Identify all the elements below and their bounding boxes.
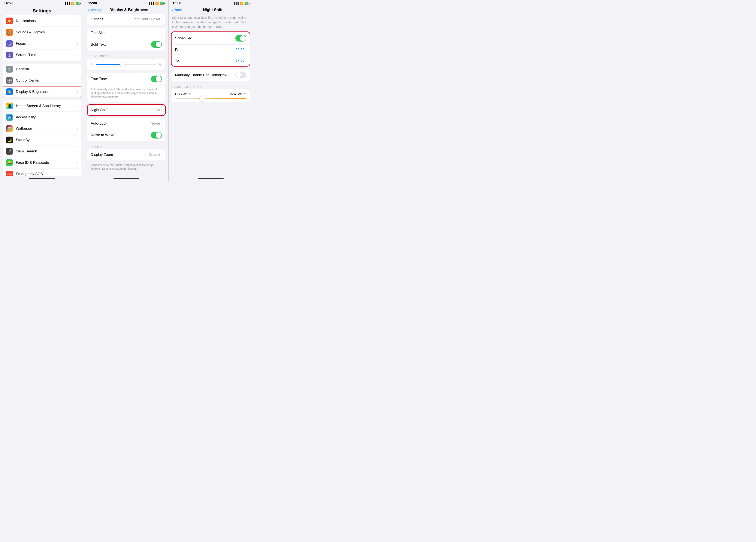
manual-card: Manually Enable Until Tomorrow (172, 69, 250, 81)
row-controlcenter[interactable]: 🎛️ Control Center › (3, 75, 81, 86)
boldtext-row[interactable]: Bold Text (87, 38, 166, 51)
truetone-toggle-thumb (156, 76, 161, 82)
to-row[interactable]: To 07:00 › (172, 55, 250, 66)
back-button-3[interactable]: ‹ Back (172, 8, 182, 12)
textsize-row[interactable]: Text Size › (87, 28, 166, 38)
displayzoom-label: Display Zoom (91, 153, 149, 157)
focus-chevron: › (77, 42, 78, 45)
options-card: Options Light Until Sunset › (87, 14, 166, 25)
row-accessibility[interactable]: ♿ Accessibility › (3, 112, 81, 123)
nightshift-row[interactable]: Night Shift Off › (87, 105, 166, 115)
sounds-chevron: › (77, 31, 78, 34)
manual-toggle[interactable] (235, 72, 246, 78)
accessibility-label: Accessibility (16, 115, 76, 120)
from-row[interactable]: From 22:00 › (172, 45, 250, 55)
battery-icon-1: ⚡ (76, 2, 80, 4)
textsize-label: Text Size (91, 31, 161, 35)
displayzoom-chevron: › (161, 153, 162, 156)
row-homescreen[interactable]: 📱 Home Screen & App Library › (3, 100, 81, 112)
faceid-label: Face ID & Passcode (16, 161, 76, 165)
truetone-note: Automatically adapt iPhone display based… (87, 85, 166, 102)
row-wallpaper[interactable]: 🖼️ Wallpaper › (3, 123, 81, 135)
battery-bolt-3: ⚡ (245, 2, 248, 4)
truetone-toggle[interactable] (151, 76, 162, 82)
homescreen-chevron: › (77, 104, 78, 108)
color-temp-section: COLOR TEMPERATURE Less Warm More Warm (172, 84, 250, 102)
brightness-thumb[interactable] (120, 62, 125, 67)
nightshift-description: Night Shift automatically shifts the col… (169, 14, 253, 32)
displayzoom-card: Display Zoom Default › (87, 150, 166, 160)
brightness-low-icon: ☀ (91, 63, 94, 66)
battery-icon-2: ⚡ (160, 2, 164, 4)
row-notifications[interactable]: 🔔 Notifications › (3, 15, 81, 27)
settings-section-3: 📱 Home Screen & App Library › ♿ Accessib… (3, 100, 81, 176)
options-row[interactable]: Options Light Until Sunset › (87, 14, 166, 25)
nightshift-label: Night Shift (91, 108, 155, 112)
display-label: Display & Brightness (16, 90, 76, 94)
boldtext-toggle-thumb (156, 42, 161, 47)
less-warm-label: Less Warm (175, 92, 191, 96)
back-button-2[interactable]: ‹ Settings (88, 8, 103, 12)
time-1: 14:59 (4, 1, 13, 5)
brightness-card: ☀ ☀ (87, 59, 166, 70)
panel2-scroll: Options Light Until Sunset › Text Size ›… (84, 14, 169, 176)
settings-panel: 14:59 ▐▐▐ 📶 ⚡ Settings 🔔 Notifications › (0, 0, 84, 181)
text-card: Text Size › Bold Text (87, 28, 166, 51)
truetone-row[interactable]: True Tone (87, 73, 166, 85)
row-faceid[interactable]: 😀 Face ID & Passcode › (3, 157, 81, 169)
nightshift-panel: 15:00 ▐▐▐ 📶 ⚡ ‹ Back Night Shift Night S… (168, 0, 253, 181)
nightshift-value: Off (155, 108, 160, 112)
row-general[interactable]: ⚙️ General › (3, 64, 81, 75)
back-chevron-3: ‹ (172, 8, 173, 12)
brightness-slider-row: ☀ ☀ (91, 62, 162, 67)
nightshift-chevron: › (161, 108, 162, 112)
scheduled-toggle[interactable] (235, 35, 246, 42)
autolock-row[interactable]: Auto-Lock Never › (87, 118, 166, 129)
row-displaybrightness[interactable]: ☀️ Display & Brightness › (3, 86, 81, 97)
panel2-title: Display & Brightness (103, 8, 154, 12)
boldtext-toggle[interactable] (151, 41, 162, 48)
status-bar-1: 14:59 ▐▐▐ 📶 ⚡ (0, 0, 84, 6)
brightness-section-label: BRIGHTNESS (87, 54, 166, 59)
wifi-icon-1: 📶 (71, 2, 75, 5)
brightness-fill (96, 64, 123, 65)
manual-row[interactable]: Manually Enable Until Tomorrow (172, 69, 250, 81)
raisetowake-row[interactable]: Raise to Wake (87, 129, 166, 141)
status-icons-1: ▐▐▐ 📶 ⚡ (64, 2, 80, 5)
sos-chevron: › (77, 172, 78, 176)
homescreen-icon: 📱 (6, 103, 13, 109)
focus-icon: 🌙 (6, 40, 13, 47)
scheduled-label: Scheduled (175, 36, 235, 40)
truetone-note-text: Automatically adapt iPhone display based… (91, 87, 162, 99)
standby-chevron: › (77, 138, 78, 142)
sounds-icon: 🔊 (6, 29, 13, 36)
status-icons-3: ▐▐▐ 📶 ⚡ (233, 2, 249, 5)
signal-icon-1: ▐▐▐ (64, 2, 70, 5)
to-value: 07:00 (235, 58, 245, 63)
homescreen-label: Home Screen & App Library (16, 104, 76, 108)
from-value: 22:00 (235, 48, 245, 52)
brightness-high-icon: ☀ (158, 62, 162, 67)
scheduled-row[interactable]: Scheduled (172, 32, 250, 45)
row-standby[interactable]: 🌙 StandBy › (3, 135, 81, 146)
brightness-track[interactable] (96, 64, 156, 65)
temp-slider-track[interactable] (175, 98, 246, 99)
raisetowake-toggle[interactable] (151, 132, 162, 139)
home-indicator-3 (169, 176, 253, 181)
row-sounds[interactable]: 🔊 Sounds & Haptics › (3, 27, 81, 38)
settings-card-3: 📱 Home Screen & App Library › ♿ Accessib… (3, 100, 81, 176)
siri-label: Siri & Search (16, 149, 76, 154)
notifications-chevron: › (77, 19, 78, 23)
options-chevron: › (161, 18, 162, 21)
autolock-card: Auto-Lock Never › Raise to Wake (87, 118, 166, 141)
row-focus[interactable]: 🌙 Focus › (3, 38, 81, 49)
home-bar-2 (114, 178, 139, 179)
autolock-chevron: › (161, 122, 162, 125)
displayzoom-row[interactable]: Display Zoom Default › (87, 150, 166, 160)
color-temp-label: COLOR TEMPERATURE (172, 84, 250, 89)
temp-slider-thumb[interactable] (200, 96, 205, 101)
row-emergencysos[interactable]: SOS Emergency SOS › (3, 169, 81, 176)
notifications-icon: 🔔 (6, 18, 13, 24)
row-siri[interactable]: 🎤 Siri & Search › (3, 146, 81, 157)
row-screentime[interactable]: ⏳ Screen Time › (3, 49, 81, 61)
